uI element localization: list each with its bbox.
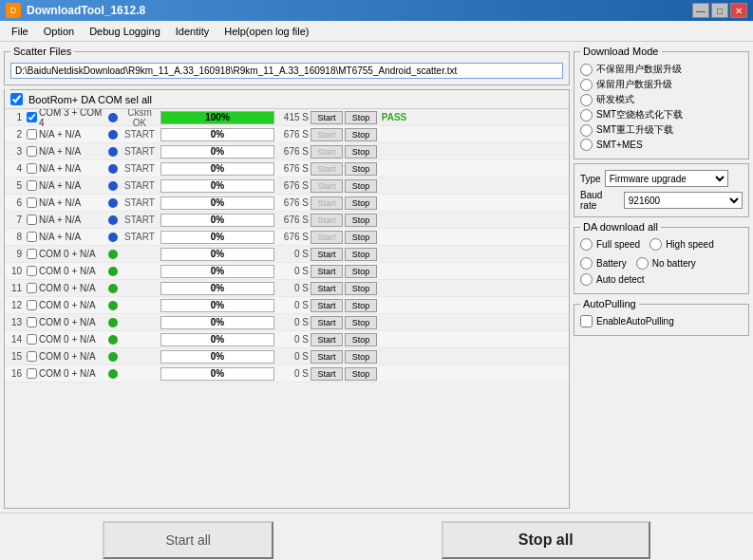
row-progress-bar: 0% — [160, 248, 274, 261]
row-stop-button[interactable]: Stop — [345, 111, 377, 124]
row-num: 11 — [7, 283, 24, 293]
row-start-button[interactable]: Start — [311, 231, 343, 244]
row-checkbox[interactable] — [24, 317, 39, 327]
menu-item-help(open-log-file)[interactable]: Help(open log file) — [216, 24, 316, 39]
row-checkbox[interactable] — [24, 163, 39, 174]
stop-all-button[interactable]: Stop all — [442, 521, 650, 559]
scatter-path: D:\BaiduNetdiskDownload\R9km_11_A.33_160… — [10, 63, 563, 79]
row-start-button[interactable]: Start — [311, 128, 343, 141]
da-speed-option: High speed — [649, 238, 714, 251]
row-progress-bar: 0% — [160, 145, 274, 159]
row-stop-button[interactable]: Stop — [345, 162, 377, 176]
row-num: 4 — [7, 163, 24, 174]
row-size: 0 S — [276, 334, 311, 345]
row-stop-button[interactable]: Stop — [345, 299, 377, 312]
row-checkbox[interactable] — [24, 197, 39, 208]
row-checkbox[interactable] — [24, 129, 39, 140]
maximize-button[interactable]: □ — [711, 3, 728, 18]
row-port: N/A + N/A — [39, 129, 105, 140]
row-checkbox[interactable] — [24, 215, 39, 225]
row-checkbox[interactable] — [24, 283, 39, 293]
row-checkbox[interactable] — [24, 112, 39, 122]
row-start-button[interactable]: Start — [311, 111, 343, 124]
row-stop-button[interactable]: Stop — [345, 316, 377, 329]
row-progress-bar: 0% — [160, 179, 274, 193]
row-start-button[interactable]: Start — [311, 265, 343, 278]
row-start-button[interactable]: Start — [311, 145, 343, 159]
enable-auto-pulling-checkbox[interactable] — [580, 315, 593, 327]
row-stop-button[interactable]: Stop — [345, 333, 377, 346]
row-stop-button[interactable]: Stop — [345, 367, 377, 381]
minimize-button[interactable]: — — [692, 3, 709, 18]
row-checkbox[interactable] — [24, 180, 39, 191]
download-mode-group: Download Mode 不保留用户数据升级保留用户数据升级研发模式SMT空烧… — [574, 46, 749, 159]
row-start-button[interactable]: Start — [311, 282, 343, 295]
row-checkbox[interactable] — [24, 146, 39, 157]
row-port: N/A + N/A — [39, 232, 105, 242]
menu-item-file[interactable]: File — [4, 24, 36, 39]
row-start-button[interactable]: Start — [311, 350, 343, 364]
row-dot — [105, 164, 121, 174]
title-bar: D DownloadTool_1612.8 — □ ✕ — [0, 0, 753, 21]
row-stop-button[interactable]: Stop — [345, 196, 377, 210]
row-start-button[interactable]: Start — [311, 316, 343, 329]
row-stop-button[interactable]: Stop — [345, 145, 377, 159]
row-stop-button[interactable]: Stop — [345, 128, 377, 141]
row-checkbox[interactable] — [24, 351, 39, 362]
row-stop-button[interactable]: Stop — [345, 265, 377, 278]
row-stop-button[interactable]: Stop — [345, 282, 377, 295]
row-checkbox[interactable] — [24, 249, 39, 259]
row-port: COM 0 + N/A — [39, 334, 105, 345]
menu-item-identity[interactable]: Identity — [168, 24, 216, 39]
row-stop-button[interactable]: Stop — [345, 350, 377, 364]
row-stop-button[interactable]: Stop — [345, 231, 377, 244]
row-progress-bar: 0% — [160, 214, 274, 227]
row-dot — [105, 301, 121, 310]
row-dot — [105, 318, 121, 327]
row-stop-button[interactable]: Stop — [345, 179, 377, 193]
row-start-label: START — [121, 146, 159, 157]
row-dot — [105, 369, 121, 379]
row-start-button[interactable]: Start — [311, 214, 343, 227]
download-mode-option: SMT重工升级下载 — [580, 123, 743, 137]
row-start-button[interactable]: Start — [311, 179, 343, 193]
row-checkbox[interactable] — [24, 266, 39, 276]
row-start-button[interactable]: Start — [311, 196, 343, 210]
menu-item-option[interactable]: Option — [36, 24, 82, 39]
type-select[interactable]: Firmware upgradeDownload onlyFormat and … — [605, 170, 728, 187]
row-size: 676 S — [276, 215, 311, 225]
row-progress-bar: 0% — [160, 265, 274, 278]
row-port: COM 0 + N/A — [39, 283, 105, 293]
row-start-button[interactable]: Start — [311, 367, 343, 381]
row-stop-button[interactable]: Stop — [345, 214, 377, 227]
bootrom-select-all[interactable] — [10, 93, 23, 105]
close-button[interactable]: ✕ — [730, 3, 747, 18]
row-checkbox[interactable] — [24, 232, 39, 242]
row-size: 0 S — [276, 300, 311, 310]
row-num: 15 — [7, 351, 24, 362]
row-start-button[interactable]: Start — [311, 248, 343, 261]
auto-pulling-group: AutoPulling EnableAutoPulling — [574, 298, 749, 336]
row-start-button[interactable]: Start — [311, 162, 343, 176]
row-stop-button[interactable]: Stop — [345, 248, 377, 261]
baud-rate-select[interactable]: 921600460800230400115200 — [624, 192, 743, 209]
table-row: 10 COM 0 + N/A 0% 0 S Start Stop — [5, 263, 569, 280]
row-checkbox[interactable] — [24, 368, 39, 379]
row-progress-bar: 0% — [160, 162, 274, 176]
row-checkbox[interactable] — [24, 300, 39, 310]
download-mode-label: Download Mode — [580, 46, 662, 57]
start-all-button[interactable]: Start all — [103, 521, 273, 559]
row-port: N/A + N/A — [39, 146, 105, 157]
table-row: 14 COM 0 + N/A 0% 0 S Start Stop — [5, 331, 569, 348]
row-progress-bar: 0% — [160, 196, 274, 210]
menu-item-debug-logging[interactable]: Debug Logging — [82, 24, 168, 39]
table-row: 15 COM 0 + N/A 0% 0 S Start Stop — [5, 348, 569, 365]
download-table: BootRom+ DA COM sel all 1 COM 3 + COM 4 … — [4, 89, 570, 509]
row-checkbox[interactable] — [24, 334, 39, 345]
row-start-button[interactable]: Start — [311, 299, 343, 312]
da-speed-option: Full speed — [580, 238, 640, 251]
row-start-button[interactable]: Start — [311, 333, 343, 346]
row-port: N/A + N/A — [39, 215, 105, 225]
table-row: 9 COM 0 + N/A 0% 0 S Start Stop — [5, 246, 569, 263]
row-num: 7 — [7, 215, 24, 225]
